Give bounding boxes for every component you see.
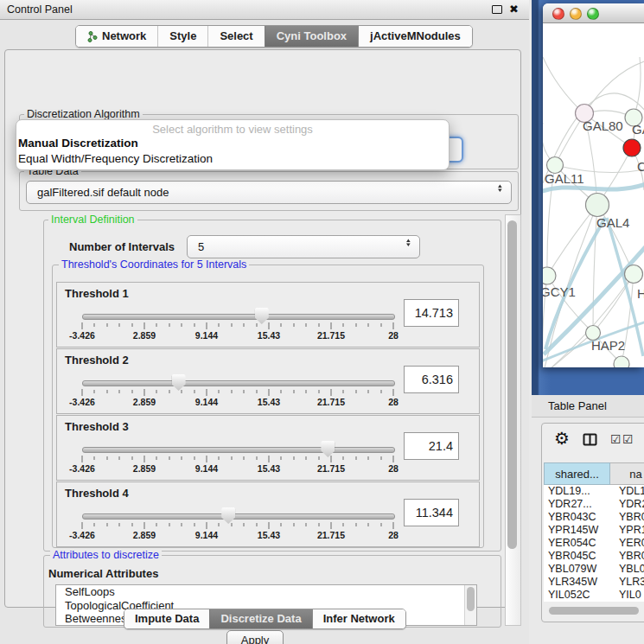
tick-label: -3.426 <box>69 330 95 341</box>
attribute-item[interactable]: SelfLoops <box>56 585 476 599</box>
tick-mark <box>244 390 245 393</box>
tab-jactivemnodules[interactable]: jActiveMNodules <box>358 26 472 47</box>
tick-mark <box>368 323 369 327</box>
network-node[interactable] <box>586 194 609 217</box>
tab-discretize-data[interactable]: Discretize Data <box>209 609 311 628</box>
gear-icon[interactable]: ⚙ <box>554 429 570 448</box>
table-row[interactable]: YIL052CYIL0 <box>544 589 644 602</box>
close-icon[interactable]: ✖ <box>509 2 519 17</box>
table-h-scrollbar[interactable] <box>544 606 643 616</box>
network-node[interactable] <box>543 267 556 284</box>
tick-label: 28 <box>388 330 399 341</box>
column-header-shared-name[interactable]: shared... <box>544 462 610 485</box>
threshold-value-field[interactable]: 14.713 <box>404 299 459 327</box>
interval-definition-title: Interval Definition <box>48 214 137 226</box>
number-of-intervals-spinner[interactable]: 5 ▲▼ <box>187 235 420 258</box>
tick-label: 28 <box>388 463 399 474</box>
network-node[interactable] <box>623 139 641 156</box>
tick-mark <box>82 389 83 396</box>
table-panel-header[interactable]: Table Panel <box>532 395 644 418</box>
slider-track[interactable] <box>82 447 395 453</box>
tab-infer-network[interactable]: Infer Network <box>312 609 405 628</box>
network-canvas[interactable]: GAL80GACGAL11GAL4GCY1HHAP2 <box>543 22 644 367</box>
checkbox-icon[interactable]: ☑ <box>622 433 634 445</box>
cell-shared-name: YBR043C <box>544 511 610 524</box>
table-row[interactable]: YDR27...YDR2 <box>544 498 644 511</box>
algorithm-hint-option[interactable]: Select algorithm to view settings <box>16 123 449 136</box>
checkbox-icon[interactable]: ☑ <box>610 433 622 445</box>
list-scrollbar-thumb[interactable] <box>467 587 475 611</box>
column-header-name[interactable]: na <box>610 462 644 485</box>
node-label: GAL80 <box>583 118 623 133</box>
tab-style[interactable]: Style <box>157 26 207 47</box>
panel-scrollbar[interactable] <box>505 214 521 626</box>
close-light-icon[interactable] <box>552 8 564 20</box>
tick-mark <box>131 390 132 393</box>
table-row[interactable]: YBL079WYBL0 <box>544 563 644 576</box>
thresholds-group: Threshold 1 -3.4262.8599.14415.4321.7152… <box>52 265 484 548</box>
panel-scrollbar-thumb[interactable] <box>507 220 517 549</box>
control-panel-titlebar[interactable]: Control Panel ✖ <box>0 0 529 20</box>
network-window-titlebar[interactable] <box>543 3 644 23</box>
algorithm-option[interactable]: Manual Discretization <box>16 136 449 151</box>
slider-track[interactable] <box>82 513 395 520</box>
tab-cyni-toolbox[interactable]: Cyni Toolbox <box>265 26 358 47</box>
algorithm-option[interactable]: Equal Width/Frequency Discretization <box>16 151 449 167</box>
tick-mark <box>194 390 194 393</box>
table-h-scrollbar-thumb[interactable] <box>549 607 639 615</box>
threshold-panel: Threshold 2 -3.4262.8599.14415.4321.7152… <box>56 348 480 414</box>
tick-mark <box>231 456 232 460</box>
table-row[interactable]: YPR145WYPR1 <box>544 524 644 537</box>
table-row[interactable]: YBR043CYBR0 <box>544 511 644 524</box>
table-row[interactable]: YLR345WYLR3 <box>544 576 644 589</box>
columns-icon[interactable] <box>583 433 597 450</box>
algorithm-options: Manual DiscretizationEqual Width/Frequen… <box>16 136 449 166</box>
tick-mark <box>331 322 332 329</box>
threshold-value-field[interactable]: 6.316 <box>404 366 459 393</box>
node-label: GCY1 <box>543 284 576 299</box>
table-header-row: shared... na <box>544 462 644 485</box>
table-rows: YDL19...YDL1YDR27...YDR2YBR043CYBR0YPR14… <box>544 485 644 602</box>
float-window-icon[interactable] <box>492 5 502 14</box>
slider-tick-labels: -3.4262.8599.14415.4321.71528 <box>82 397 393 407</box>
slider-track[interactable] <box>82 380 395 386</box>
tick-mark <box>331 522 332 529</box>
network-node[interactable] <box>614 356 629 367</box>
cell-name: YDR2 <box>610 498 644 511</box>
tick-mark <box>293 456 294 460</box>
cell-shared-name: YBL079W <box>544 563 610 576</box>
network-node[interactable] <box>625 265 643 284</box>
tick-mark <box>207 456 207 462</box>
table-row[interactable]: YBR045CYBR0 <box>544 550 644 563</box>
tick-mark <box>94 456 95 460</box>
tick-label: 2.859 <box>133 397 156 407</box>
apply-button[interactable]: Apply <box>226 630 284 644</box>
tick-mark <box>156 390 157 393</box>
tick-mark <box>306 323 307 327</box>
tick-mark <box>331 389 332 396</box>
minimize-light-icon[interactable] <box>570 8 582 20</box>
tick-mark <box>156 323 157 327</box>
list-scrollbar[interactable] <box>464 585 476 625</box>
stepper-icon[interactable]: ▲▼ <box>496 184 504 193</box>
table-row[interactable]: YER054CYER0 <box>544 537 644 550</box>
tick-mark <box>393 322 394 329</box>
tick-label: 9.144 <box>195 463 218 474</box>
zoom-light-icon[interactable] <box>587 8 599 20</box>
stepper-icon[interactable]: ▲▼ <box>405 239 412 247</box>
tab-impute-data[interactable]: Impute Data <box>124 609 209 628</box>
tick-mark <box>106 456 107 460</box>
table-row[interactable]: YDL19...YDL1 <box>544 485 644 498</box>
threshold-label: Threshold 2 <box>65 354 129 367</box>
slider-track[interactable] <box>82 314 395 320</box>
tick-mark <box>269 389 270 396</box>
threshold-value-field[interactable]: 21.4 <box>404 432 459 460</box>
tab-network[interactable]: Network <box>76 26 157 47</box>
cell-name: YBR0 <box>610 511 644 524</box>
tick-mark <box>207 522 207 529</box>
cell-shared-name: YBR045C <box>544 550 610 563</box>
table-data-combobox[interactable]: galFiltered.sif default node ▲▼ <box>26 181 512 204</box>
threshold-value-field[interactable]: 11.344 <box>404 499 459 526</box>
tick-mark <box>94 390 95 393</box>
tab-select[interactable]: Select <box>207 26 264 47</box>
